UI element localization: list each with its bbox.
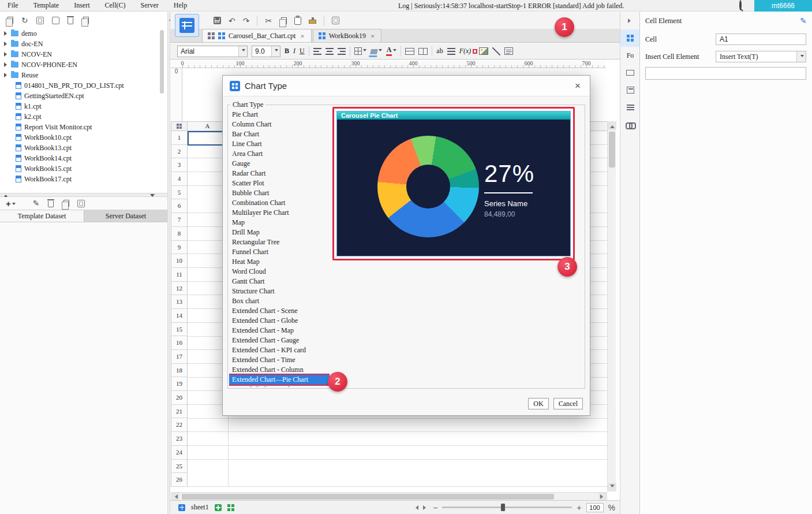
row-header[interactable]: 25 — [171, 460, 188, 474]
tree-file-item[interactable]: Report Visit Monitor.cpt — [0, 122, 164, 132]
expand-right-panel-button[interactable] — [620, 12, 640, 29]
scroll-right-button[interactable] — [598, 493, 607, 501]
close-tab-icon[interactable]: × — [369, 32, 376, 40]
paragraph-lines-icon[interactable] — [447, 48, 455, 55]
tree-file-item[interactable]: WorkBook10.cpt — [0, 132, 164, 143]
chart-type-option[interactable]: Extended Chart—Pie Chart — [229, 375, 330, 385]
row-header[interactable]: 4 — [171, 172, 188, 186]
zoom-in-button[interactable]: + — [577, 504, 581, 512]
add-dataset-button[interactable]: + — [6, 199, 16, 208]
tree-folder-item[interactable]: doc-EN — [0, 39, 164, 49]
row-header[interactable]: 7 — [171, 213, 188, 227]
vertical-scrollbar-thumb[interactable] — [609, 132, 615, 167]
row-header[interactable]: 24 — [171, 446, 188, 460]
insert-text-button[interactable]: ab — [436, 47, 443, 55]
zoom-level-value[interactable]: 100 — [586, 503, 604, 512]
tree-file-item[interactable]: WorkBook17.cpt — [0, 174, 164, 184]
hyperlink-tab[interactable] — [620, 116, 640, 133]
close-dialog-icon[interactable]: × — [572, 80, 583, 92]
left-panel-divider[interactable] — [167, 12, 170, 514]
insert-formula-button[interactable]: F(x) — [459, 47, 472, 55]
copy-icon[interactable] — [83, 17, 89, 24]
unmerge-cells-icon[interactable] — [418, 48, 428, 55]
row-header[interactable]: 17 — [171, 350, 188, 364]
tree-scrollbar-thumb[interactable] — [160, 30, 164, 94]
row-header[interactable]: 9 — [171, 241, 188, 255]
row-header[interactable]: 21 — [171, 405, 188, 419]
close-tab-icon[interactable]: × — [299, 32, 305, 40]
chart-type-option[interactable]: Extended Chart - Globe — [229, 316, 330, 326]
chart-type-option[interactable]: Extended Chart - Scene — [229, 306, 330, 316]
row-header[interactable]: 26 — [171, 473, 188, 487]
edit-cell-element-icon[interactable]: ✎ — [800, 16, 807, 25]
tree-file-item[interactable]: 014801_NB_PR_TO_DO_LIST.cpt — [0, 80, 164, 91]
dataset-config-icon[interactable] — [77, 200, 85, 207]
tab-carousel-bar-chart[interactable]: Carousel_Bar_Chart.cpt × — [202, 29, 312, 42]
edit-dataset-icon[interactable]: ✎ — [33, 199, 40, 207]
align-left-icon[interactable] — [313, 48, 321, 55]
preview-grid-icon[interactable] — [36, 17, 44, 24]
font-family-select[interactable]: Arial — [177, 46, 248, 57]
row-header[interactable]: 16 — [171, 336, 188, 350]
chart-type-option[interactable]: Structure Chart — [229, 286, 330, 296]
tree-folder-item[interactable]: NCOV-PHONE-EN — [0, 59, 164, 70]
chart-type-option[interactable]: Combination Chart — [229, 198, 330, 208]
cancel-button[interactable]: Cancel — [553, 398, 583, 409]
row-header[interactable]: 18 — [171, 364, 188, 378]
expand-arrow-icon[interactable] — [4, 62, 9, 67]
underline-button[interactable]: U — [300, 47, 305, 55]
row-header[interactable]: 10 — [171, 254, 188, 268]
chart-type-option[interactable]: Extended Chart - Time — [229, 355, 330, 365]
chart-type-option[interactable]: Gantt Chart — [229, 277, 330, 286]
tree-splitter[interactable] — [0, 193, 167, 197]
italic-button[interactable]: I — [293, 47, 295, 55]
select-all-corner[interactable] — [171, 121, 188, 131]
menu-item[interactable]: Server — [133, 0, 166, 11]
menu-item[interactable]: Cell(C) — [97, 0, 133, 11]
horizontal-scrollbar[interactable] — [171, 492, 607, 500]
scroll-up-button[interactable] — [608, 121, 616, 130]
save-icon[interactable] — [214, 17, 221, 24]
refresh-icon[interactable]: ↻ — [21, 16, 28, 24]
user-account-badge[interactable]: mt6666 — [754, 0, 812, 12]
chart-type-option[interactable]: Pie Chart — [229, 110, 330, 120]
border-button[interactable] — [354, 47, 366, 55]
zoom-slider[interactable] — [442, 506, 572, 508]
dialog-titlebar[interactable]: Chart Type × — [223, 76, 590, 96]
row-header[interactable]: 2 — [171, 145, 188, 159]
cut-icon[interactable]: ✂ — [265, 17, 272, 25]
tree-file-item[interactable]: GettingStartedEN.cpt — [0, 91, 164, 101]
chart-type-option[interactable]: Bar Chart — [229, 129, 330, 139]
row-header[interactable]: 3 — [171, 158, 188, 172]
menu-item[interactable]: Help — [166, 0, 194, 11]
delete-dataset-icon[interactable] — [48, 201, 54, 207]
delete-icon[interactable] — [68, 18, 73, 24]
tree-file-item[interactable]: WorkBook13.cpt — [0, 143, 164, 153]
font-family-dropdown[interactable] — [238, 46, 247, 57]
tree-folder-item[interactable]: Reuse — [0, 70, 164, 80]
chart-type-option[interactable]: Scatter Plot — [229, 178, 330, 188]
bold-button[interactable]: B — [285, 47, 289, 55]
ok-button[interactable]: OK — [528, 398, 548, 409]
template-settings-icon[interactable] — [332, 17, 339, 24]
row-header[interactable]: 1 — [171, 131, 188, 145]
next-sheet-icon[interactable] — [423, 505, 428, 510]
chart-type-option[interactable]: Extended Chart - Others — [229, 385, 330, 387]
scroll-left-button[interactable] — [171, 493, 179, 501]
expand-arrow-icon[interactable] — [4, 73, 9, 77]
row-header[interactable]: 8 — [171, 227, 188, 241]
row-header[interactable]: 5 — [171, 186, 188, 200]
expand-arrow-icon[interactable] — [4, 52, 9, 57]
tab-workbook19[interactable]: WorkBook19 × — [313, 29, 382, 42]
tree-file-item[interactable]: k1.cpt — [0, 101, 164, 111]
align-center-icon[interactable] — [325, 48, 334, 55]
row-header[interactable]: 22 — [171, 418, 188, 432]
switch-workspace-icon[interactable] — [8, 17, 13, 24]
row-header[interactable]: 6 — [171, 199, 188, 213]
font-size-select[interactable]: 9.0 — [252, 46, 280, 57]
tree-file-item[interactable]: WorkBook14.cpt — [0, 153, 164, 163]
chart-type-option[interactable]: Area Chart — [229, 149, 330, 159]
menu-item[interactable]: Template — [26, 0, 66, 11]
zoom-slider-thumb[interactable] — [501, 504, 505, 511]
copy-icon[interactable] — [281, 17, 287, 24]
